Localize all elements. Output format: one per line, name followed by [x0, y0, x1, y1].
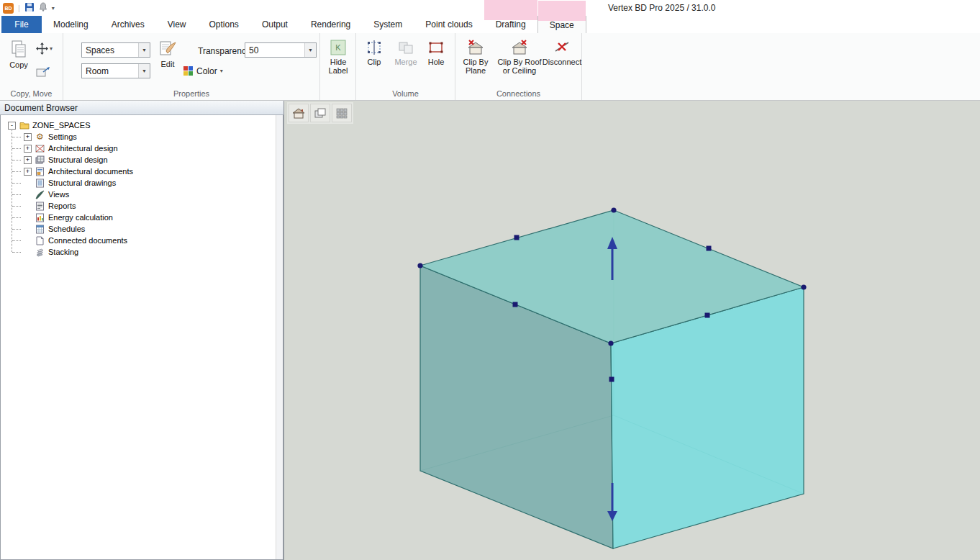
copy-button[interactable]: Copy: [6, 40, 32, 69]
document-browser-body: - ZONE_SPACES + ⚙ Settings +: [0, 115, 283, 560]
tab-rendering[interactable]: Rendering: [299, 16, 362, 33]
energy-calculation-icon: [35, 213, 45, 222]
move-button[interactable]: ▾: [36, 42, 53, 55]
expand-icon[interactable]: +: [24, 145, 32, 153]
vertex-handle[interactable]: [608, 340, 613, 346]
tree-item-schedules[interactable]: Schedules: [1, 223, 283, 235]
bell-icon: [39, 2, 47, 12]
svg-text:K: K: [335, 43, 341, 52]
clip-button[interactable]: Clip: [360, 40, 388, 66]
roof-view-icon: [292, 108, 305, 119]
move-gadget-button[interactable]: [36, 66, 50, 80]
tree-item-label: ZONE_SPACES: [32, 121, 91, 130]
space-model-scene[interactable]: [284, 101, 980, 560]
ribbon-group-copy-move: Copy ▾ Copy, Move: [0, 33, 63, 100]
tree-item-zone-spaces[interactable]: - ZONE_SPACES: [1, 119, 283, 131]
tree-item-architectural-documents[interactable]: + Architectural documents: [1, 166, 283, 177]
edit-icon: [159, 40, 177, 58]
edit-button[interactable]: Edit: [154, 40, 181, 68]
model-viewport[interactable]: [284, 101, 980, 560]
document-tree: - ZONE_SPACES + ⚙ Settings +: [1, 115, 283, 258]
disconnect-button[interactable]: Disconnect: [543, 40, 581, 66]
tab-point-clouds[interactable]: Point clouds: [414, 16, 484, 33]
tab-output[interactable]: Output: [250, 16, 299, 33]
expand-icon[interactable]: +: [24, 133, 32, 141]
expander-spacer: [24, 179, 32, 187]
architectural-design-icon: [35, 144, 45, 153]
collapse-icon[interactable]: -: [8, 122, 16, 130]
document-browser-title: Document Browser: [0, 101, 283, 115]
viewport-toolbar: [287, 102, 353, 124]
cascade-view-button[interactable]: [310, 104, 330, 122]
merge-icon: [398, 40, 414, 55]
tree-item-reports[interactable]: Reports: [1, 200, 283, 212]
tile-view-icon: [336, 108, 348, 119]
save-icon: [24, 2, 35, 12]
edge-handle[interactable]: [705, 313, 710, 318]
tree-item-views[interactable]: Views: [1, 189, 283, 200]
tab-system[interactable]: System: [362, 16, 414, 33]
edge-handle[interactable]: [707, 246, 712, 251]
tree-item-architectural-design[interactable]: + Architectural design: [1, 143, 283, 154]
chevron-down-icon: ▼: [138, 64, 150, 78]
color-palette-icon: [183, 66, 194, 76]
app-logo-icon[interactable]: BD: [3, 3, 14, 14]
tab-options[interactable]: Options: [198, 16, 250, 33]
tile-view-button[interactable]: [332, 104, 352, 122]
expand-icon[interactable]: +: [24, 168, 32, 176]
ribbon-tab-bar: File Modeling Archives View Options Outp…: [0, 16, 980, 33]
schedules-icon: [35, 225, 45, 234]
folder-icon: [19, 121, 30, 130]
vertex-handle[interactable]: [611, 207, 616, 212]
color-button[interactable]: Color ▾: [183, 66, 223, 76]
expander-spacer: [24, 225, 32, 233]
hide-label-button[interactable]: K Hide Label: [324, 40, 353, 75]
tab-view[interactable]: View: [156, 16, 198, 33]
tree-item-energy-calculation[interactable]: Energy calculation: [1, 212, 283, 223]
clip-by-plane-button[interactable]: Clip By Plane: [457, 40, 494, 75]
clip-by-roof-or-ceiling-icon: [511, 40, 528, 55]
tab-modeling[interactable]: Modeling: [42, 16, 100, 33]
merge-button[interactable]: Merge: [391, 40, 421, 66]
notifications-button[interactable]: [39, 2, 47, 14]
roof-view-button[interactable]: [289, 104, 309, 122]
tab-file[interactable]: File: [1, 16, 42, 33]
edge-handle[interactable]: [514, 235, 520, 240]
customize-quick-access-icon[interactable]: ▾: [52, 5, 55, 12]
copy-icon: [9, 40, 28, 58]
tab-space[interactable]: Space: [537, 16, 586, 33]
tree-item-connected-documents[interactable]: Connected documents: [1, 235, 283, 246]
ribbon-group-connections: Clip By Plane Clip By Roof or Ceiling Di…: [455, 33, 582, 100]
tree-scrollbar[interactable]: [276, 115, 283, 559]
vertex-handle[interactable]: [417, 263, 422, 268]
structural-design-icon: [35, 155, 45, 165]
tree-item-settings[interactable]: + ⚙ Settings: [1, 131, 283, 143]
quick-access-toolbar: BD | ▾: [3, 1, 55, 14]
room-type-select[interactable]: Room▼: [81, 63, 150, 78]
reports-icon: [35, 202, 45, 211]
edge-handle[interactable]: [609, 377, 614, 382]
clip-by-roof-or-ceiling-button[interactable]: Clip By Roof or Ceiling: [496, 40, 543, 75]
tree-children: + ⚙ Settings + Architectural design +: [1, 131, 283, 258]
views-icon: [35, 190, 45, 199]
move-dropdown-icon: ▾: [50, 45, 53, 52]
expand-icon[interactable]: +: [24, 156, 32, 164]
save-button[interactable]: [24, 2, 35, 14]
edge-handle[interactable]: [513, 302, 518, 307]
tree-item-structural-design[interactable]: + Structural design: [1, 154, 283, 166]
tree-item-structural-drawings[interactable]: Structural drawings: [1, 177, 283, 189]
ribbon-group-hide-label: K Hide Label: [320, 33, 356, 100]
space-type-select[interactable]: Spaces▼: [81, 42, 150, 58]
hole-button[interactable]: Hole: [422, 40, 450, 66]
chevron-down-icon: ▾: [220, 68, 223, 74]
tab-archives[interactable]: Archives: [100, 16, 156, 33]
tree-item-stacking[interactable]: Stacking: [1, 246, 283, 258]
vertex-handle[interactable]: [801, 284, 806, 289]
group-label-volume: Volume: [356, 89, 455, 98]
group-label-properties: Properties: [63, 89, 319, 98]
stacking-icon: [35, 248, 45, 257]
group-label-connections: Connections: [455, 89, 581, 98]
tab-drafting[interactable]: Drafting: [484, 16, 537, 33]
transparency-select[interactable]: 50▼: [245, 42, 317, 58]
application-window: BD | ▾ Vertex BD Pro 2025 / 31.0.0 File …: [0, 0, 980, 560]
